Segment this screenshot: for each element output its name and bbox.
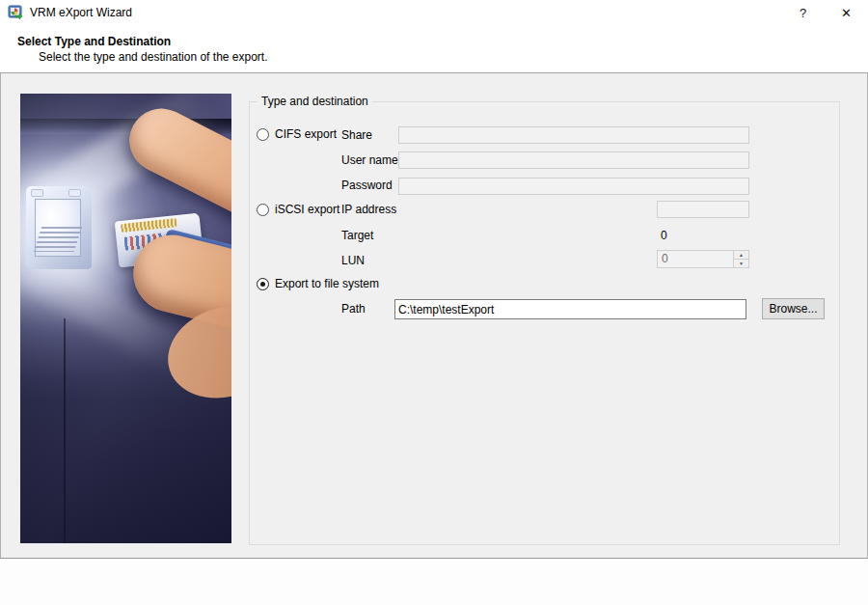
vrm-export-wizard-window: VRM eXport Wizard ? ✕ Select Type and De… [0,0,868,605]
cifs-export-radio-label[interactable]: CIFS export [275,127,337,141]
ip-address-label: IP address [341,203,396,216]
export-to-file-system-radio[interactable] [257,278,269,290]
export-to-file-system-radio-label[interactable]: Export to file system [275,277,379,290]
ethernet-port [26,186,92,269]
group-title: Type and destination [258,95,372,108]
port-tab [68,189,81,197]
lun-spin-buttons: ▲ ▼ [733,251,748,267]
cifs-export-radio[interactable] [257,128,269,141]
user-name-label: User name [341,153,398,167]
share-input[interactable] [398,126,749,144]
path-input[interactable] [394,299,746,319]
share-label: Share [341,128,372,142]
spin-up-icon[interactable]: ▲ [734,251,748,260]
iscsi-export-radio-label[interactable]: iSCSI export [275,203,339,216]
target-value: 0 [661,229,667,242]
network-cable-photo [20,94,231,543]
ip-address-input[interactable] [657,201,749,218]
lun-label: LUN [341,254,365,267]
path-label: Path [341,302,366,316]
close-button[interactable]: ✕ [825,0,868,25]
user-name-input[interactable] [398,151,749,169]
footer: < Back Next > Exit [0,559,868,605]
password-input[interactable] [398,178,749,195]
titlebar: VRM eXport Wizard ? ✕ [0,0,868,25]
wizard-header: Select Type and Destination Select the t… [0,25,868,73]
page-title: Select Type and Destination [17,35,171,48]
help-button[interactable]: ? [781,0,825,25]
type-destination-group: Type and destination CIFS export Share U… [249,101,840,545]
lun-value: 0 [658,251,733,267]
port-opening [35,199,81,257]
app-icon [8,5,23,20]
port-grille [34,227,82,252]
window-title: VRM eXport Wizard [30,6,132,19]
port-tab [31,189,43,197]
target-label: Target [341,229,373,242]
page-subtitle: Select the type and destination of the e… [39,50,268,64]
lun-spinner[interactable]: 0 ▲ ▼ [657,250,749,268]
browse-button[interactable]: Browse... [762,298,825,319]
password-label: Password [341,179,393,192]
photo-seam-line [64,318,66,543]
spin-down-icon[interactable]: ▼ [734,260,748,267]
iscsi-export-radio[interactable] [257,204,269,216]
